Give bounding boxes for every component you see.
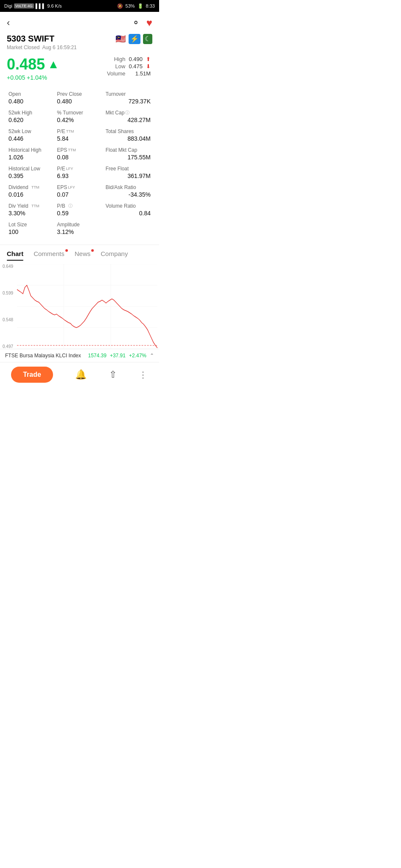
free-float-value: 361.97M — [106, 172, 151, 179]
volume-ratio-value: 0.84 — [106, 210, 151, 217]
tab-news[interactable]: News — [75, 245, 91, 261]
free-float-cell: Free Float 361.97M — [104, 163, 152, 182]
price-chart — [17, 264, 157, 349]
float-mkt-cap-label: Float Mkt Cap — [106, 147, 151, 153]
back-button[interactable]: ‹ — [7, 17, 10, 28]
low-arrow: ⬇ — [144, 63, 152, 70]
open-value: 0.480 — [8, 98, 53, 105]
search-icon[interactable]: ⚬ — [132, 17, 140, 28]
y-label-min: 0.497 — [3, 344, 13, 349]
volume-label: Volume — [105, 70, 127, 77]
tabs: Chart Comments News Company — [0, 245, 159, 261]
header: ‹ ⚬ ♥ — [0, 12, 159, 34]
bid-ask-value: -34.35% — [106, 191, 151, 198]
notification-icon[interactable]: 🔔 — [75, 369, 87, 380]
chart-container: 0.649 0.599 0.548 0.497 — [2, 264, 157, 349]
mkt-cap-label: Mkt Cap ⓘ — [106, 110, 151, 116]
tab-comments[interactable]: Comments — [34, 245, 64, 261]
index-name: FTSE Bursa Malaysia KLCI Index — [5, 353, 88, 359]
tab-company[interactable]: Company — [101, 245, 128, 261]
battery-icon: 🔋 — [137, 3, 143, 9]
turnover-cell: Turnover 729.37K — [104, 89, 152, 107]
status-left: Digi VoLTE 4G ▌▌▌ 9.6 K/s — [4, 3, 62, 8]
flag-malaysia: 🇲🇾 — [115, 34, 126, 44]
tab-chart[interactable]: Chart — [7, 245, 23, 261]
amplitude-cell: Amplitude 3.12% — [55, 219, 104, 238]
pct-turnover-label: % Turnover — [57, 110, 102, 116]
index-expand-icon[interactable]: ⌃ — [150, 353, 154, 359]
market-status: Market Closed Aug 6 16:59:21 — [7, 45, 77, 50]
status-right: 🔕 53% 🔋 8:33 — [117, 3, 155, 9]
network-label: VoLTE 4G — [14, 3, 34, 8]
free-float-label: Free Float — [106, 166, 151, 172]
price-row: 0.485 ▲ +0.005 +1.04% High 0.490 ⬆ Low 0… — [7, 56, 152, 81]
pe-lfy-value: 6.93 — [57, 172, 102, 179]
wk52low-value: 0.446 — [8, 135, 53, 142]
hist-low-label: Historical Low — [8, 166, 53, 172]
price-right: High 0.490 ⬆ Low 0.475 ⬇ Volume 1.51M — [105, 56, 152, 77]
pb-value: 0.59 — [57, 210, 102, 217]
bottom-nav: Trade 🔔 ⇧ ⋮ — [0, 362, 159, 389]
wk52high-value: 0.620 — [8, 117, 53, 123]
div-yield-ttm-value: 3.30% — [8, 210, 53, 217]
float-mkt-cap-cell: Float Mkt Cap 175.55M — [104, 145, 152, 163]
dividend-ttm-label: Dividend TTM — [8, 184, 53, 190]
eps-ttm-value: 0.08 — [57, 154, 102, 161]
hist-low-value: 0.395 — [8, 172, 53, 179]
mute-icon: 🔕 — [117, 3, 123, 9]
amplitude-label: Amplitude — [57, 222, 102, 228]
favorite-icon[interactable]: ♥ — [146, 17, 152, 29]
crescent-icon: ☾ — [143, 34, 152, 44]
more-options-icon[interactable]: ⋮ — [139, 370, 148, 380]
eps-lfy-value: 0.07 — [57, 191, 102, 198]
lot-size-value: 100 — [8, 228, 53, 235]
div-yield-ttm-label: Div Yield TTM — [8, 203, 53, 209]
share-icon[interactable]: ⇧ — [109, 369, 117, 380]
current-price: 0.485 ▲ — [7, 56, 59, 73]
lot-size-label: Lot Size — [8, 222, 53, 228]
turnover-label: Turnover — [106, 91, 151, 97]
mkt-cap-cell: Mkt Cap ⓘ 428.27M — [104, 107, 152, 126]
volume-ratio-label: Volume Ratio — [106, 203, 151, 209]
total-shares-label: Total Shares — [106, 128, 151, 134]
index-pct: +2.47% — [129, 353, 146, 359]
high-arrow: ⬆ — [144, 56, 152, 63]
flags-row: 🇲🇾 ⚡ ☾ — [115, 34, 152, 44]
pct-turnover-cell: % Turnover 0.42% — [55, 107, 104, 126]
price-change: +0.005 +1.04% — [7, 74, 59, 81]
pb-info-icon: ⓘ — [68, 203, 73, 209]
price-up-arrow: ▲ — [48, 58, 59, 71]
index-change: +37.91 — [110, 353, 126, 359]
carrier-label: Digi — [4, 3, 12, 8]
pe-ttm-value: 5.84 — [57, 135, 102, 142]
volume-ratio-cell: Volume Ratio 0.84 — [104, 200, 152, 219]
wk52high-label: 52wk High — [8, 110, 53, 116]
wk52high-cell: 52wk High 0.620 — [7, 107, 55, 126]
eps-ttm-label: EPSTTM — [57, 147, 102, 153]
signal-strength-icon: ▌▌▌ — [36, 3, 45, 8]
status-bar: Digi VoLTE 4G ▌▌▌ 9.6 K/s 🔕 53% 🔋 8:33 — [0, 0, 159, 12]
news-dot — [91, 249, 94, 252]
chart-section: 0.649 0.599 0.548 0.497 — [0, 261, 159, 349]
prev-close-label: Prev Close — [57, 91, 102, 97]
low-value: 0.475 — [127, 63, 144, 70]
data-speed: 9.6 K/s — [47, 3, 62, 8]
index-value: 1574.39 — [88, 353, 107, 359]
eps-ttm-cell: EPSTTM 0.08 — [55, 145, 104, 163]
prev-close-cell: Prev Close 0.480 — [55, 89, 104, 107]
low-label: Low — [105, 63, 127, 70]
bid-ask-cell: Bid/Ask Ratio -34.35% — [104, 182, 152, 200]
trade-button[interactable]: Trade — [11, 367, 53, 383]
price-value: 0.485 — [7, 56, 45, 73]
lot-size-cell: Lot Size 100 — [7, 219, 55, 238]
info-icon: ⓘ — [125, 110, 129, 116]
thunder-icon: ⚡ — [129, 34, 140, 44]
tabs-section: Chart Comments News Company — [0, 245, 159, 261]
index-bar: FTSE Bursa Malaysia KLCI Index 1574.39 +… — [0, 349, 159, 362]
stock-section: 5303 SWIFT Market Closed Aug 6 16:59:21 … — [0, 34, 159, 85]
mkt-cap-value: 428.27M — [106, 117, 151, 123]
volume-value: 1.51M — [127, 70, 152, 77]
wk52low-cell: 52wk Low 0.446 — [7, 126, 55, 145]
pe-ttm-label: P/ETTM — [57, 128, 102, 134]
float-mkt-cap-value: 175.55M — [106, 154, 151, 161]
